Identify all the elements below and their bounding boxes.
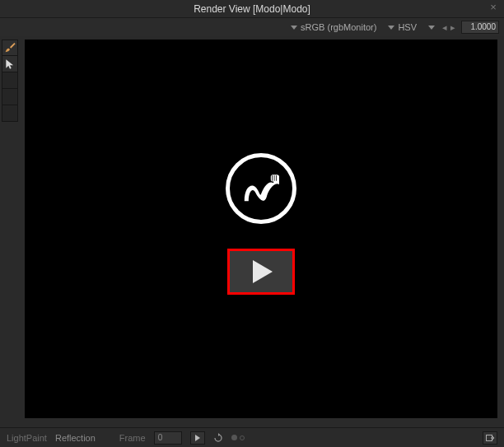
- slot-dot[interactable]: [231, 435, 237, 440]
- color-profile-dropdown[interactable]: sRGB (rgbMonitor): [287, 21, 380, 33]
- channel-dropdown[interactable]: Reflection: [55, 433, 100, 443]
- refresh-icon: [213, 433, 223, 443]
- play-button[interactable]: [190, 431, 205, 445]
- tool-slot-empty[interactable]: [2, 72, 18, 89]
- window-title: Render View [Modo|Modo]: [194, 3, 310, 15]
- pop-out-icon: [485, 433, 495, 443]
- modo-logo-icon: [239, 166, 283, 211]
- chevron-down-icon: [428, 26, 435, 30]
- chevron-down-icon: [388, 26, 394, 30]
- left-toolbar: [2, 40, 20, 122]
- play-icon: [195, 435, 200, 441]
- bottom-bar: LightPaint Reflection Frame 0: [0, 427, 504, 447]
- brush-tool-button[interactable]: [2, 40, 18, 56]
- titlebar: Render View [Modo|Modo] ×: [0, 0, 504, 18]
- tool-slot-empty[interactable]: [2, 89, 18, 105]
- exposure-field[interactable]: 1.0000: [461, 21, 499, 34]
- cursor-icon: [4, 58, 16, 70]
- color-model-label: HSV: [398, 22, 417, 32]
- chevron-down-icon: [291, 26, 297, 30]
- mode-label: LightPaint: [7, 433, 47, 443]
- color-profile-label: sRGB (rgbMonitor): [301, 22, 376, 32]
- step-next-button[interactable]: ▸: [450, 22, 456, 33]
- brush-icon: [3, 41, 16, 54]
- color-model-dropdown[interactable]: HSV: [385, 21, 420, 33]
- channel-label: Reflection: [55, 433, 96, 443]
- start-render-button[interactable]: [227, 249, 295, 295]
- value-stepper: ◂ ▸: [441, 22, 456, 33]
- play-icon: [253, 260, 273, 283]
- cursor-tool-button[interactable]: [2, 56, 18, 72]
- options-dropdown[interactable]: [425, 25, 436, 30]
- render-slots: [231, 435, 245, 440]
- close-icon[interactable]: ×: [488, 2, 499, 13]
- modo-logo: [226, 153, 296, 224]
- tool-slot-empty[interactable]: [2, 105, 18, 122]
- step-prev-button[interactable]: ◂: [441, 22, 448, 33]
- option-bar: sRGB (rgbMonitor) HSV ◂ ▸ 1.0000: [0, 18, 504, 36]
- slot-dot[interactable]: [240, 435, 245, 440]
- frame-field[interactable]: 0: [154, 431, 182, 445]
- pop-out-button[interactable]: [483, 431, 497, 445]
- render-viewport: [25, 40, 497, 418]
- frame-label: Frame: [119, 433, 146, 443]
- refresh-button[interactable]: [213, 433, 223, 443]
